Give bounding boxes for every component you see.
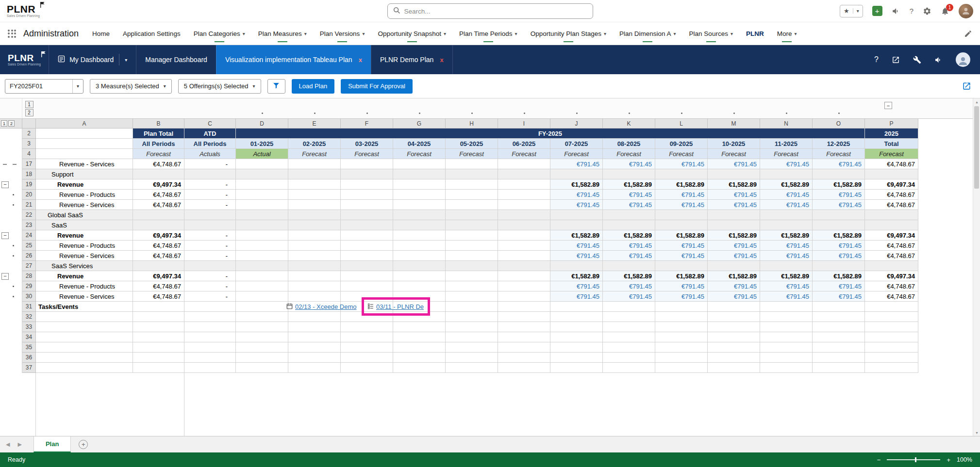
cell-b37[interactable] — [133, 363, 184, 373]
cell-k23[interactable] — [603, 220, 655, 230]
cell-m26[interactable]: €791.45 — [708, 251, 760, 261]
cell-l31[interactable] — [655, 302, 708, 312]
cell-n26[interactable]: €791.45 — [760, 251, 813, 261]
cell-a3[interactable] — [36, 139, 133, 149]
cell-o20[interactable]: €791.45 — [813, 190, 865, 200]
cell-g32[interactable] — [393, 312, 446, 322]
cell-month-07-2025[interactable]: 07-2025 — [550, 139, 603, 149]
cell-j35[interactable] — [550, 342, 603, 353]
cell-n30[interactable]: €791.45 — [760, 291, 813, 302]
cell-h22[interactable] — [446, 210, 498, 220]
cell-e32[interactable] — [288, 312, 341, 322]
cell-c26[interactable]: - — [184, 251, 236, 261]
row-header-30[interactable]: 30 — [22, 291, 36, 302]
cell-b19[interactable]: €9,497.34 — [133, 179, 184, 190]
cell-d23[interactable] — [236, 220, 288, 230]
cell-i23[interactable] — [498, 220, 550, 230]
cell-p28[interactable]: €9,497.34 — [865, 271, 918, 281]
cell-j22[interactable] — [550, 210, 603, 220]
cell-g20[interactable] — [393, 190, 446, 200]
cell-m24[interactable]: €1,582.89 — [708, 230, 760, 241]
cell-k18[interactable] — [603, 169, 655, 179]
cell-k32[interactable] — [603, 312, 655, 322]
cell-j32[interactable] — [550, 312, 603, 322]
cell-p32[interactable] — [865, 312, 918, 322]
cell-p35[interactable] — [865, 342, 918, 353]
cell-h17[interactable] — [446, 159, 498, 169]
cell-n18[interactable] — [760, 169, 813, 179]
cell-d21[interactable] — [236, 200, 288, 210]
row-label-revenue-24[interactable]: Revenue — [36, 230, 133, 241]
cell-f37[interactable] — [341, 363, 393, 373]
row-label-34[interactable] — [36, 332, 133, 342]
cell-o18[interactable] — [813, 169, 865, 179]
cell-scenario-forecast-10[interactable]: Forecast — [760, 149, 813, 159]
cell-d30[interactable] — [236, 291, 288, 302]
cell-o37[interactable] — [813, 363, 865, 373]
cell-d17[interactable] — [236, 159, 288, 169]
cell-k36[interactable] — [603, 353, 655, 363]
cell-c-actuals-label[interactable]: Actuals — [184, 149, 236, 159]
cell-e34[interactable] — [288, 332, 341, 342]
column-header-j[interactable]: J — [550, 119, 603, 129]
cell-b24[interactable]: €9,497.34 — [133, 230, 184, 241]
row-header-33[interactable]: 33 — [22, 322, 36, 332]
cell-m37[interactable] — [708, 363, 760, 373]
column-header-f[interactable]: F — [341, 119, 393, 129]
cell-i35[interactable] — [498, 342, 550, 353]
cell-f30[interactable] — [341, 291, 393, 302]
cell-f28[interactable] — [341, 271, 393, 281]
scroll-down-icon[interactable]: ▼ — [973, 429, 980, 436]
close-tab-icon[interactable]: x — [440, 56, 443, 64]
cell-p33[interactable] — [865, 322, 918, 332]
cell-h36[interactable] — [446, 353, 498, 363]
cell-f29[interactable] — [341, 281, 393, 291]
row-label-32[interactable] — [36, 312, 133, 322]
cell-l29[interactable]: €791.45 — [655, 281, 708, 291]
cell-c20[interactable]: - — [184, 190, 236, 200]
cell-f33[interactable] — [341, 322, 393, 332]
cell-h21[interactable] — [446, 200, 498, 210]
cell-e18[interactable] — [288, 169, 341, 179]
cell-b26[interactable]: €4,748.67 — [133, 251, 184, 261]
star-icon[interactable]: ★ — [840, 7, 853, 15]
cell-b17[interactable]: €4,748.67 — [133, 159, 184, 169]
cell-p21[interactable]: €4,748.67 — [865, 200, 918, 210]
cell-g36[interactable] — [393, 353, 446, 363]
row-header-36[interactable]: 36 — [22, 353, 36, 363]
row-header-3[interactable]: 3 — [22, 139, 36, 149]
column-header-c[interactable]: C — [184, 119, 236, 129]
cell-m19[interactable]: €1,582.89 — [708, 179, 760, 190]
cell-l25[interactable]: €791.45 — [655, 241, 708, 251]
cell-b28[interactable]: €9,497.34 — [133, 271, 184, 281]
cell-scenario-forecast-5[interactable]: Forecast — [498, 149, 550, 159]
row-label-35[interactable] — [36, 342, 133, 353]
cell-k37[interactable] — [603, 363, 655, 373]
cell-g29[interactable] — [393, 281, 446, 291]
cell-j21[interactable]: €791.45 — [550, 200, 603, 210]
cell-l24[interactable]: €1,582.89 — [655, 230, 708, 241]
row-label-revenue-products-29[interactable]: Revenue - Products — [36, 281, 133, 291]
cell-total-header[interactable]: Total — [865, 139, 918, 149]
cell-p20[interactable]: €4,748.67 — [865, 190, 918, 200]
cell-k35[interactable] — [603, 342, 655, 353]
cell-k19[interactable]: €1,582.89 — [603, 179, 655, 190]
cell-f34[interactable] — [341, 332, 393, 342]
row-header-35[interactable]: 35 — [22, 342, 36, 353]
cell-b29[interactable]: €4,748.67 — [133, 281, 184, 291]
chevron-down-icon[interactable]: ▾ — [72, 80, 83, 93]
cell-j28[interactable]: €1,582.89 — [550, 271, 603, 281]
cell-g17[interactable] — [393, 159, 446, 169]
cell-j20[interactable]: €791.45 — [550, 190, 603, 200]
offerings-dropdown-button[interactable]: 5 Offerings(s) Selected ▾ — [178, 79, 261, 94]
cell-p26[interactable]: €4,748.67 — [865, 251, 918, 261]
cell-p36[interactable] — [865, 353, 918, 363]
zoom-out-button[interactable]: − — [877, 456, 881, 464]
column-header-n[interactable]: N — [760, 119, 813, 129]
cell-f35[interactable] — [341, 342, 393, 353]
row-header-29[interactable]: 29 — [22, 281, 36, 291]
cell-o29[interactable]: €791.45 — [813, 281, 865, 291]
load-plan-button[interactable]: Load Plan — [292, 79, 335, 94]
add-icon[interactable]: + — [872, 6, 882, 16]
cell-h29[interactable] — [446, 281, 498, 291]
